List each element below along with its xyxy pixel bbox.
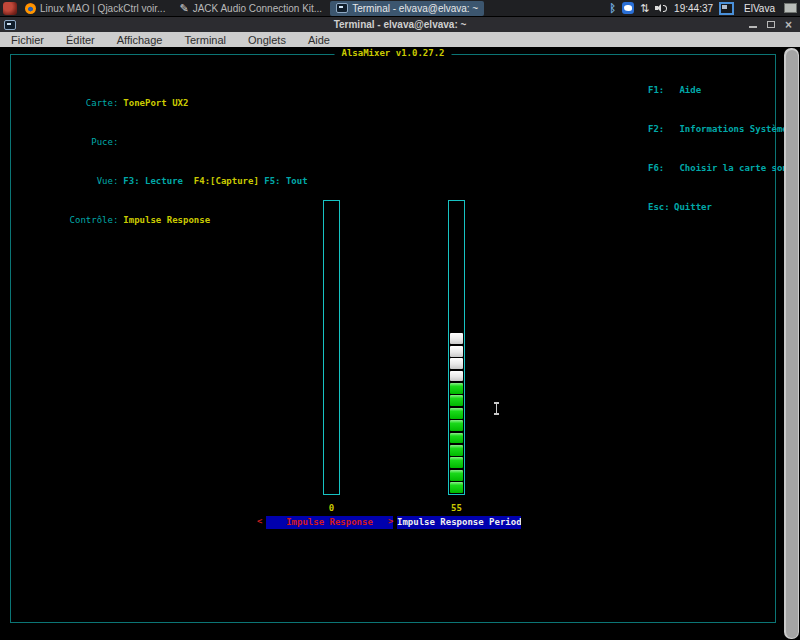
help-text: Choisir la carte son — [674, 163, 788, 173]
alsamixer-title: AlsaMixer v1.0.27.2 — [335, 48, 452, 58]
user-label: ElVava — [744, 3, 775, 14]
menu-fichier[interactable]: Fichier — [0, 34, 55, 46]
taskbar-button-label: Terminal - elvava@elvava: ~ — [352, 3, 478, 14]
bluetooth-icon[interactable]: ᛒ — [609, 2, 616, 14]
system-tray: ᛒ ⇅ 19:44:37 ElVava — [609, 2, 797, 15]
volume-value-left: 0 — [314, 503, 349, 515]
card-label: Carte: — [54, 97, 118, 110]
channel-label-impulse-response[interactable]: Impulse Response — [266, 516, 393, 529]
chip-label: Puce: — [54, 136, 118, 149]
terminal-content[interactable]: AlsaMixer v1.0.27.2 Carte:TonePort UX2 P… — [0, 47, 800, 640]
scrollbar-thumb[interactable] — [786, 50, 798, 638]
menu-aide[interactable]: Aide — [297, 34, 341, 46]
control-value: Impulse Response — [123, 215, 210, 225]
blue-app-tray-icon[interactable] — [622, 2, 634, 14]
view-f5: F5: Tout — [259, 176, 308, 186]
taskbar-button-jack[interactable]: ✎ JACK Audio Connection Kit... — [173, 1, 328, 16]
maximize-button[interactable] — [767, 21, 775, 28]
workspace-pager[interactable] — [719, 2, 734, 15]
text-cursor-pointer — [493, 402, 500, 415]
taskbar: Linux MAO | QjackCtrl voir... ✎ JACK Aud… — [0, 0, 800, 17]
volume-value-right: 55 — [439, 503, 474, 515]
window-title: Terminal - elvava@elvava: ~ — [0, 19, 800, 30]
network-traffic-icon[interactable]: ⇅ — [640, 2, 649, 14]
help-key: Esc: — [648, 201, 674, 214]
card-value: TonePort UX2 — [123, 98, 188, 108]
pencil-icon: ✎ — [179, 3, 188, 14]
close-button[interactable]: × — [785, 20, 792, 30]
volume-bar-impulse-response[interactable] — [323, 200, 340, 495]
terminal-icon — [4, 20, 16, 30]
menubar: Fichier Éditer Affichage Terminal Onglet… — [0, 32, 800, 47]
help-key: F1: — [648, 84, 674, 97]
alsamixer-help: F1: Aide F2: Informations Système F6: Ch… — [648, 58, 788, 240]
taskbar-button-label: Linux MAO | QjackCtrl voir... — [40, 3, 165, 14]
volume-fill — [325, 201, 338, 493]
window-titlebar[interactable]: Terminal - elvava@elvava: ~ × — [0, 17, 800, 32]
alsamixer-frame: AlsaMixer v1.0.27.2 Carte:TonePort UX2 P… — [10, 54, 776, 623]
terminal-icon — [336, 3, 348, 13]
clock[interactable]: 19:44:37 — [674, 3, 713, 14]
menu-affichage[interactable]: Affichage — [106, 34, 174, 46]
help-text: Informations Système — [674, 124, 788, 134]
help-key: F6: — [648, 162, 674, 175]
view-label: Vue: — [54, 175, 118, 188]
taskbar-button-terminal[interactable]: Terminal - elvava@elvava: ~ — [330, 1, 484, 16]
minimize-button[interactable] — [749, 26, 757, 28]
view-f3: F3: Lecture — [123, 176, 188, 186]
audio-launcher-icon[interactable] — [3, 2, 17, 15]
taskbar-button-firefox[interactable]: Linux MAO | QjackCtrl voir... — [19, 1, 171, 16]
volume-fill — [450, 201, 463, 493]
volume-bar-impulse-response-period[interactable] — [448, 200, 465, 495]
help-text: Quitter — [674, 202, 712, 212]
scroll-left-arrow: < — [257, 516, 262, 529]
help-key: F2: — [648, 123, 674, 136]
menu-editer[interactable]: Éditer — [55, 34, 106, 46]
alsamixer-info: Carte:TonePort UX2 Puce: Vue:F3: Lecture… — [11, 58, 308, 240]
taskbar-button-label: JACK Audio Connection Kit... — [193, 3, 323, 14]
show-desktop-icon[interactable] — [784, 3, 797, 13]
firefox-icon — [25, 3, 36, 14]
scroll-right-arrow: > — [388, 516, 393, 529]
view-f4-capture: F4:[Capture] — [188, 176, 258, 186]
help-text: Aide — [674, 85, 701, 95]
window-controls: × — [749, 20, 800, 30]
menu-terminal[interactable]: Terminal — [173, 34, 237, 46]
terminal-scrollbar[interactable] — [784, 48, 799, 639]
menu-onglets[interactable]: Onglets — [237, 34, 297, 46]
volume-icon[interactable] — [655, 3, 668, 14]
control-label: Contrôle: — [54, 214, 118, 227]
channel-label-impulse-response-period[interactable]: Impulse Response Period — [397, 516, 521, 529]
